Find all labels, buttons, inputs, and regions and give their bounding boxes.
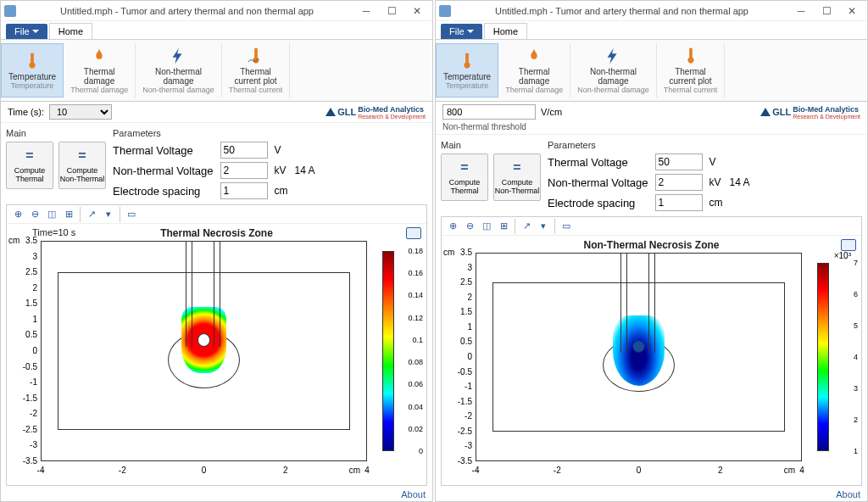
logo-sub1: Bio-Med Analytics (358, 105, 424, 114)
compute-thermal-button[interactable]: =Compute Thermal (6, 142, 53, 189)
about-link[interactable]: About (1, 488, 432, 501)
minimize-button[interactable]: ─ (354, 3, 378, 20)
maximize-button[interactable]: ☐ (380, 3, 403, 20)
compute-nonthermal-button[interactable]: =Compute Non-Thermal (58, 142, 106, 189)
plot-body-right[interactable]: Non-Thermal Necrosis Zone cm cm ×10³ 3.5… (442, 236, 861, 485)
zoom-in-icon[interactable]: ⊕ (445, 219, 460, 234)
window-left: Untitled.mph - Tumor and artery thermal … (0, 0, 433, 502)
compute-nonthermal-button[interactable]: =Compute Non-Thermal (493, 153, 541, 201)
ribbon-thermal-plot[interactable]: Thermal current plot Thermal current (657, 43, 726, 98)
ribbon-nonthermal-damage[interactable]: Non-thermal damage Non-thermal damage (136, 43, 222, 98)
plot-body-left[interactable]: Time=10 s Thermal Necrosis Zone cm cm 3.… (7, 224, 426, 485)
zoom-out-icon[interactable]: ⊖ (27, 207, 42, 222)
threshold-input[interactable] (442, 104, 536, 120)
file-tab[interactable]: File (441, 24, 482, 39)
ribbon-sublabel: Thermal current (229, 86, 283, 94)
plot-title: Thermal Necrosis Zone (160, 227, 273, 239)
es-unit: cm (709, 197, 723, 209)
x-label: cm (784, 466, 795, 475)
tv-input[interactable] (220, 142, 268, 159)
params-head: Parameters (548, 140, 750, 150)
x-label: cm (349, 466, 360, 475)
dropdown-icon[interactable]: ▾ (101, 207, 116, 222)
ribbon-sublabel: Thermal damage (70, 86, 128, 94)
window-title: Untitled.mph - Tumor and artery thermal … (454, 6, 789, 16)
snapshot-icon[interactable] (841, 239, 856, 251)
es-label: Electrode spacing (548, 197, 648, 209)
ribbon-temperature[interactable]: Temperature Temperature (436, 43, 498, 98)
zoom-in-icon[interactable]: ⊕ (10, 207, 25, 222)
ntv-input[interactable] (220, 162, 268, 179)
time-label: Time (s): (8, 107, 44, 117)
ntv-unit: kV (275, 165, 288, 176)
logo: GLL Bio-Med AnalyticsResearch & Developm… (326, 104, 426, 120)
ribbon-temperature[interactable]: Temperature Temperature (1, 43, 64, 98)
flame-icon (525, 47, 543, 65)
ribbon-sublabel: Non-thermal damage (142, 86, 214, 94)
equals-icon: = (513, 160, 520, 176)
axes-icon[interactable]: ↗ (519, 219, 534, 234)
titlebar: Untitled.mph - Tumor and artery thermal … (436, 1, 867, 21)
close-button[interactable]: ✕ (405, 3, 429, 20)
compute-thermal-button[interactable]: =Compute Thermal (441, 153, 488, 201)
select-icon[interactable]: ▭ (559, 219, 574, 234)
ribbon-thermal-damage[interactable]: Thermal damage Thermal damage (498, 43, 570, 98)
select-icon[interactable]: ▭ (124, 207, 139, 222)
ribbon-label: Temperature (443, 72, 491, 81)
logo-sub2: Research & Development (793, 114, 860, 120)
zoom-window-icon[interactable]: ◫ (44, 207, 59, 222)
time-select[interactable]: 10 (49, 104, 112, 120)
snapshot-icon[interactable] (406, 227, 421, 239)
tv-input[interactable] (655, 153, 703, 170)
dropdown-icon[interactable]: ▾ (536, 219, 551, 234)
ribbon-sublabel: Non-thermal damage (577, 86, 649, 94)
es-label: Electrode spacing (113, 185, 214, 198)
logo: GLL Bio-Med AnalyticsResearch & Developm… (760, 104, 860, 120)
ribbon-sublabel: Temperature (446, 81, 489, 90)
close-button[interactable]: ✕ (840, 3, 864, 20)
ntv-label: Non-thermal Voltage (113, 165, 214, 177)
btn-label: Compute Non-Thermal (60, 166, 105, 183)
zoom-out-icon[interactable]: ⊖ (462, 219, 477, 234)
es-input[interactable] (220, 182, 268, 199)
logo-text: GLL (337, 107, 356, 117)
ntv-input[interactable] (655, 174, 703, 191)
es-input[interactable] (655, 194, 703, 211)
plot-box (476, 253, 802, 461)
file-tab[interactable]: File (6, 24, 47, 39)
axes-icon[interactable]: ↗ (84, 207, 99, 222)
plot-toolbar: ⊕ ⊖ ◫ ⊞ ↗ ▾ ▭ (442, 217, 861, 236)
ribbon-thermal-plot[interactable]: Thermal current plot Thermal current (222, 43, 291, 98)
minimize-button[interactable]: ─ (789, 3, 813, 20)
maximize-button[interactable]: ☐ (815, 3, 838, 20)
zoom-window-icon[interactable]: ◫ (479, 219, 494, 234)
main-area: Main =Compute Thermal =Compute Non-Therm… (1, 123, 432, 204)
ribbon: Temperature Temperature Thermal damage T… (436, 40, 867, 102)
ribbon-label: Non-thermal damage (155, 67, 202, 86)
threshold-unit: V/cm (541, 107, 562, 117)
ribbon-label: Thermal damage (519, 67, 550, 86)
zoom-extents-icon[interactable]: ⊞ (496, 219, 511, 234)
ribbon-thermal-damage[interactable]: Thermal damage Thermal damage (64, 43, 136, 98)
ribbon-sublabel: Temperature (11, 81, 54, 90)
plot-icon (682, 47, 700, 65)
threshold-label: Non-thermal threshold (442, 122, 526, 131)
bolt-icon (604, 47, 622, 65)
plot-title: Non-Thermal Necrosis Zone (583, 239, 719, 251)
ribbon-nonthermal-damage[interactable]: Non-thermal damage Non-thermal damage (570, 43, 657, 98)
plot-icon (247, 47, 265, 65)
tv-unit: V (275, 144, 288, 156)
home-tab[interactable]: Home (49, 23, 92, 39)
app-icon (439, 5, 451, 17)
params-head: Parameters (113, 128, 315, 138)
app-icon (4, 5, 16, 17)
tv-unit: V (709, 156, 723, 168)
colorbar (382, 251, 394, 451)
home-tab[interactable]: Home (484, 23, 527, 39)
threshold-label-row: Non-thermal threshold (436, 122, 867, 135)
temperature-icon (23, 52, 42, 70)
about-link[interactable]: About (436, 488, 867, 501)
es-unit: cm (275, 185, 288, 197)
zoom-extents-icon[interactable]: ⊞ (61, 207, 76, 222)
main-head: Main (6, 128, 106, 138)
